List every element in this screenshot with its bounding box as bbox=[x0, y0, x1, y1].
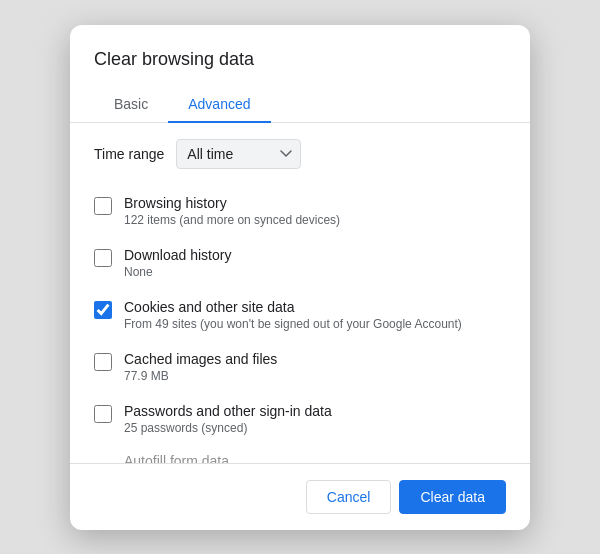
autofill-faded-item: Autofill form data bbox=[94, 445, 506, 463]
passwords-subtitle: 25 passwords (synced) bbox=[124, 421, 332, 435]
cached-images-check[interactable] bbox=[94, 353, 112, 371]
download-history-subtitle: None bbox=[124, 265, 231, 279]
time-range-label: Time range bbox=[94, 146, 164, 162]
browsing-history-subtitle: 122 items (and more on synced devices) bbox=[124, 213, 340, 227]
dialog-content: Time range All time Last hour Last 24 ho… bbox=[70, 123, 530, 463]
list-item: Browsing history 122 items (and more on … bbox=[94, 185, 506, 237]
passwords-check[interactable] bbox=[94, 405, 112, 423]
cancel-button[interactable]: Cancel bbox=[306, 480, 392, 514]
browsing-history-check[interactable] bbox=[94, 197, 112, 215]
cookies-subtitle: From 49 sites (you won't be signed out o… bbox=[124, 317, 462, 331]
cached-images-checkbox[interactable] bbox=[94, 353, 112, 375]
list-item: Cached images and files 77.9 MB bbox=[94, 341, 506, 393]
dialog-title: Clear browsing data bbox=[70, 25, 530, 70]
list-item: Passwords and other sign-in data 25 pass… bbox=[94, 393, 506, 445]
cookies-checkbox[interactable] bbox=[94, 301, 112, 323]
tab-advanced[interactable]: Advanced bbox=[168, 86, 270, 122]
dialog-footer: Cancel Clear data bbox=[70, 463, 530, 530]
cookies-title: Cookies and other site data bbox=[124, 299, 462, 315]
list-item: Cookies and other site data From 49 site… bbox=[94, 289, 506, 341]
download-history-checkbox[interactable] bbox=[94, 249, 112, 271]
time-range-row: Time range All time Last hour Last 24 ho… bbox=[94, 139, 506, 169]
cached-images-subtitle: 77.9 MB bbox=[124, 369, 277, 383]
passwords-title: Passwords and other sign-in data bbox=[124, 403, 332, 419]
cached-images-title: Cached images and files bbox=[124, 351, 277, 367]
tab-bar: Basic Advanced bbox=[70, 86, 530, 123]
clear-browsing-dialog: Clear browsing data Basic Advanced Time … bbox=[70, 25, 530, 530]
browsing-history-title: Browsing history bbox=[124, 195, 340, 211]
list-item: Download history None bbox=[94, 237, 506, 289]
browsing-history-checkbox[interactable] bbox=[94, 197, 112, 219]
download-history-check[interactable] bbox=[94, 249, 112, 267]
cookies-check[interactable] bbox=[94, 301, 112, 319]
time-range-select[interactable]: All time Last hour Last 24 hours Last 7 … bbox=[176, 139, 301, 169]
clear-data-button[interactable]: Clear data bbox=[399, 480, 506, 514]
passwords-checkbox[interactable] bbox=[94, 405, 112, 427]
tab-basic[interactable]: Basic bbox=[94, 86, 168, 122]
download-history-title: Download history bbox=[124, 247, 231, 263]
